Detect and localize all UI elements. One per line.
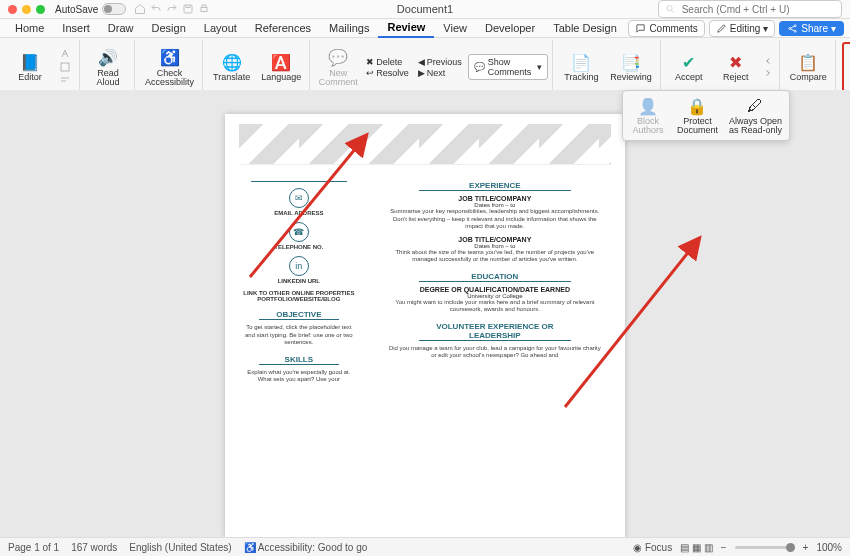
page-indicator[interactable]: Page 1 of 1 bbox=[8, 542, 59, 553]
tab-table-design[interactable]: Table Design bbox=[544, 19, 626, 37]
objective-heading: OBJECTIVE bbox=[259, 310, 339, 320]
svg-rect-6 bbox=[61, 63, 69, 71]
tab-references[interactable]: References bbox=[246, 19, 320, 37]
svg-point-3 bbox=[789, 27, 791, 29]
maximize-icon[interactable] bbox=[36, 5, 45, 14]
search-input[interactable] bbox=[658, 0, 842, 18]
home-icon[interactable] bbox=[134, 3, 146, 15]
prev-change-icon[interactable] bbox=[761, 56, 775, 66]
block-authors-button: 👤Block Authors bbox=[626, 94, 670, 137]
tab-mailings[interactable]: Mailings bbox=[320, 19, 378, 37]
skills-heading: SKILLS bbox=[259, 355, 339, 365]
zoom-out-button[interactable]: − bbox=[721, 542, 727, 553]
linkedin-label: LINKEDIN URL bbox=[239, 278, 359, 284]
tab-layout[interactable]: Layout bbox=[195, 19, 246, 37]
editing-button[interactable]: Editing▾ bbox=[709, 20, 776, 37]
accessibility-indicator[interactable]: ♿ Accessibility: Good to go bbox=[244, 542, 368, 553]
email-icon: ✉ bbox=[289, 188, 309, 208]
document-title: Document1 bbox=[397, 3, 453, 15]
editor-button[interactable]: 📘Editor bbox=[8, 42, 52, 92]
prev-comment-button: ◀Previous bbox=[415, 57, 465, 67]
protect-document-button[interactable]: 🔒Protect Document bbox=[673, 94, 722, 137]
translate-button[interactable]: 🌐Translate bbox=[209, 42, 254, 92]
svg-rect-1 bbox=[201, 8, 207, 12]
print-icon[interactable] bbox=[198, 3, 210, 15]
reject-button[interactable]: ✖Reject bbox=[714, 42, 758, 92]
protect-submenu: 👤Block Authors 🔒Protect Document 🖊Always… bbox=[622, 90, 790, 141]
minimize-icon[interactable] bbox=[22, 5, 31, 14]
toggle-icon[interactable] bbox=[102, 3, 126, 15]
education-body: You might want to include your marks her… bbox=[387, 299, 603, 314]
volunteer-body: Did you manage a team for your club, lea… bbox=[387, 345, 603, 360]
window-controls bbox=[8, 5, 45, 14]
tabs-bar: Home Insert Draw Design Layout Reference… bbox=[0, 19, 850, 38]
read-aloud-button[interactable]: 🔊Read Aloud bbox=[86, 42, 130, 92]
tab-home[interactable]: Home bbox=[6, 19, 53, 37]
tab-review[interactable]: Review bbox=[378, 18, 434, 38]
resolve-comment-button: ↩Resolve bbox=[363, 68, 412, 78]
new-comment-button: 💬New Comment bbox=[316, 42, 360, 92]
degree-title: DEGREE OR QUALIFICATION/DATE EARNED bbox=[379, 286, 611, 293]
show-comments-button[interactable]: 💬Show Comments▾ bbox=[468, 54, 549, 80]
tab-view[interactable]: View bbox=[434, 19, 476, 37]
tab-developer[interactable]: Developer bbox=[476, 19, 544, 37]
accept-button[interactable]: ✔Accept bbox=[667, 42, 711, 92]
education-heading: EDUCATION bbox=[419, 272, 571, 282]
next-comment-button: ▶Next bbox=[415, 68, 465, 78]
always-open-readonly-button[interactable]: 🖊Always Open as Read-only bbox=[725, 94, 786, 137]
objective-body: To get started, click the placeholder te… bbox=[243, 324, 355, 347]
phone-icon: ☎ bbox=[289, 222, 309, 242]
job-body-1: Summarise your key responsibilities, lea… bbox=[387, 208, 603, 231]
zoom-level[interactable]: 100% bbox=[816, 542, 842, 553]
tab-design[interactable]: Design bbox=[143, 19, 195, 37]
spelling-icon[interactable] bbox=[57, 48, 73, 60]
skills-body: Explain what you're especially good at. … bbox=[243, 369, 355, 384]
zoom-slider[interactable] bbox=[735, 546, 795, 549]
status-bar: Page 1 of 1 167 words English (United St… bbox=[0, 537, 850, 556]
search-icon bbox=[665, 3, 676, 15]
share-button[interactable]: Share▾ bbox=[779, 21, 844, 36]
linkedin-icon: in bbox=[289, 256, 309, 276]
protect-button[interactable]: 🔒Protect bbox=[842, 42, 850, 92]
close-icon[interactable] bbox=[8, 5, 17, 14]
view-buttons[interactable]: ▤ ▦ ▥ bbox=[680, 542, 713, 553]
job-title-2: JOB TITLE/COMPANY bbox=[379, 236, 611, 243]
wordcount-icon[interactable] bbox=[57, 74, 73, 86]
comment-icon bbox=[635, 23, 646, 34]
svg-rect-0 bbox=[184, 5, 192, 13]
tab-insert[interactable]: Insert bbox=[53, 19, 99, 37]
ribbon: 📘Editor 🔊Read Aloud ♿Check Accessibility… bbox=[0, 38, 850, 97]
reviewing-button[interactable]: 📑Reviewing bbox=[606, 42, 656, 92]
tracking-button[interactable]: 📄Tracking bbox=[559, 42, 603, 92]
portfolio-label: LINK TO OTHER ONLINE PROPERTIES PORTFOLI… bbox=[239, 290, 359, 302]
next-change-icon[interactable] bbox=[761, 68, 775, 78]
check-accessibility-button[interactable]: ♿Check Accessibility bbox=[141, 42, 198, 92]
comments-button[interactable]: Comments bbox=[628, 20, 704, 37]
resume-header-graphic bbox=[239, 124, 611, 165]
svg-point-4 bbox=[795, 24, 797, 26]
autosave-toggle[interactable]: AutoSave bbox=[55, 3, 126, 15]
experience-heading: EXPERIENCE bbox=[419, 181, 571, 191]
delete-comment-button: ✖Delete bbox=[363, 57, 412, 67]
tab-draw[interactable]: Draw bbox=[99, 19, 143, 37]
search-field[interactable] bbox=[680, 3, 835, 16]
redo-icon[interactable] bbox=[166, 3, 178, 15]
compare-button[interactable]: 📋Compare bbox=[786, 42, 831, 92]
phone-label: TELEPHONE NO. bbox=[239, 244, 359, 250]
job-title-1: JOB TITLE/COMPANY bbox=[379, 195, 611, 202]
job-body-2: Think about the size of the teams you've… bbox=[387, 249, 603, 264]
email-label: EMAIL ADDRESS bbox=[239, 210, 359, 216]
word-count[interactable]: 167 words bbox=[71, 542, 117, 553]
language-indicator[interactable]: English (United States) bbox=[129, 542, 231, 553]
thesaurus-icon[interactable] bbox=[57, 61, 73, 73]
title-bar: AutoSave Document1 bbox=[0, 0, 850, 19]
volunteer-heading: VOLUNTEER EXPERIENCE OR LEADERSHIP bbox=[419, 322, 571, 341]
document-canvas[interactable]: ✉ EMAIL ADDRESS ☎ TELEPHONE NO. in LINKE… bbox=[0, 90, 850, 538]
zoom-in-button[interactable]: + bbox=[803, 542, 809, 553]
page[interactable]: ✉ EMAIL ADDRESS ☎ TELEPHONE NO. in LINKE… bbox=[225, 114, 625, 538]
svg-point-2 bbox=[667, 5, 672, 10]
save-icon[interactable] bbox=[182, 3, 194, 15]
undo-icon[interactable] bbox=[150, 3, 162, 15]
language-button[interactable]: 🅰️Language bbox=[257, 42, 305, 92]
focus-button[interactable]: ◉ Focus bbox=[633, 542, 672, 553]
